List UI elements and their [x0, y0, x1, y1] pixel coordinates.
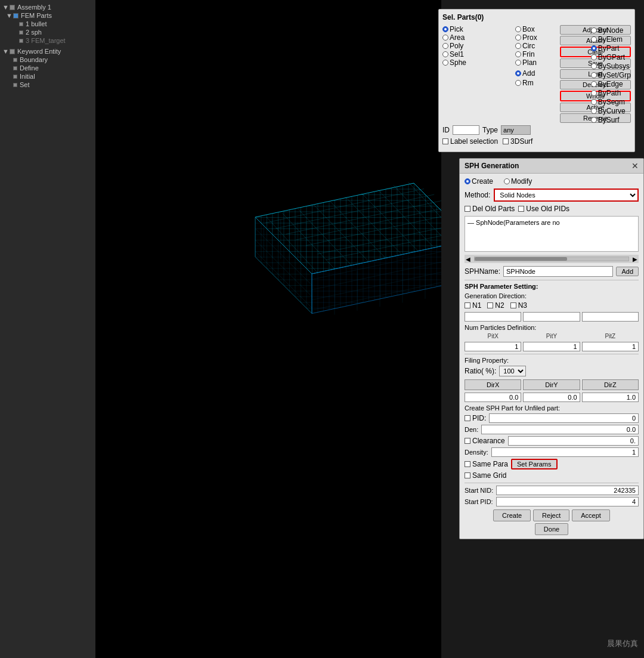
n3-checkbox[interactable]: N3	[510, 301, 527, 310]
n1-checkbox[interactable]: N1	[465, 301, 481, 310]
reject-button[interactable]: Reject	[533, 509, 569, 521]
pid-input[interactable]	[489, 413, 639, 423]
radio-byelem[interactable]: ByElem	[591, 35, 631, 44]
sel-parts-title: Sel. Parts(0)	[442, 13, 631, 21]
radio-sel1[interactable]: Sel1	[442, 50, 513, 58]
tree-item-2sph[interactable]: 2 sph	[0, 28, 95, 36]
accept-button[interactable]: Accept	[572, 509, 610, 521]
radio-bypath[interactable]: ByPath	[591, 89, 631, 97]
radio-create[interactable]: Create	[465, 177, 500, 186]
tree-item-assembly1[interactable]: ▼ Assembly 1	[0, 3, 95, 11]
create-final-button[interactable]: Create	[493, 509, 531, 521]
tree-item-fem-target[interactable]: 3 FEM_target	[0, 36, 95, 45]
density-input[interactable]	[491, 447, 639, 457]
use-old-pids-checkbox[interactable]: Use Old PIDs	[518, 205, 569, 213]
radio-add[interactable]: Add	[515, 69, 551, 78]
radio-pick-indicator	[442, 26, 448, 32]
define-label: Define	[20, 64, 39, 72]
density-label: Density:	[465, 449, 488, 456]
add-button[interactable]: Add	[616, 267, 639, 276]
label-selection-checkbox[interactable]: Label selection	[442, 137, 498, 146]
diry-button[interactable]: DirY	[523, 379, 580, 390]
close-button[interactable]: ✕	[631, 161, 639, 171]
scroll-track[interactable]	[474, 257, 629, 261]
radio-box[interactable]: Box	[515, 25, 558, 33]
radio-prox[interactable]: Prox	[515, 33, 558, 42]
pitx-input[interactable]	[465, 342, 521, 351]
den-input[interactable]	[481, 425, 639, 434]
radio-bysurf[interactable]: BySurf	[591, 116, 631, 124]
tree-item-boundary[interactable]: Boundary	[0, 55, 95, 64]
scroll-left-btn[interactable]: ◀	[465, 256, 472, 262]
done-button[interactable]: Done	[535, 523, 568, 535]
radio-circ[interactable]: Circ	[515, 42, 558, 50]
expand-icon: ▼	[2, 48, 8, 55]
radio-plan-label: Plan	[522, 58, 537, 67]
radio-modify[interactable]: Modify	[504, 177, 540, 186]
mesh-svg	[191, 149, 441, 376]
radio-sel1-indicator	[442, 51, 448, 57]
pid-checkbox[interactable]: PID:	[465, 414, 486, 422]
dir-buttons: DirX DirY DirZ	[465, 379, 639, 390]
radio-pick[interactable]: Pick	[442, 25, 513, 33]
pity-input[interactable]	[523, 342, 580, 351]
radio-bynode[interactable]: ByNode	[591, 26, 631, 35]
set-label: Set	[20, 81, 30, 88]
dirz-input[interactable]	[582, 393, 639, 402]
radio-rm[interactable]: Rm	[515, 79, 551, 87]
tree-item-define[interactable]: Define	[0, 64, 95, 72]
viewport[interactable]	[95, 0, 441, 658]
scroll-bar[interactable]: ◀ ▶	[465, 255, 639, 263]
ratio-label: Ratio( %):	[465, 367, 496, 375]
sph-name-label: SPHName:	[465, 267, 500, 276]
radio-bycurve[interactable]: ByCurve	[591, 107, 631, 115]
sph-name-input[interactable]	[503, 266, 613, 277]
n3-input[interactable]	[582, 312, 639, 322]
sph-generation-panel: SPH Generation ✕ Create Modify Method: S…	[459, 158, 644, 539]
radio-poly[interactable]: Poly	[442, 42, 513, 50]
tree-item-fem-parts[interactable]: ▼ FEM Parts	[0, 11, 95, 20]
start-pid-input[interactable]	[496, 497, 639, 506]
3dsurf-checkbox[interactable]: 3DSurf	[503, 137, 532, 146]
ratio-select[interactable]: 100 75 50	[499, 366, 526, 376]
method-select[interactable]: Solid Nodes Fill Volume Surface	[494, 189, 639, 202]
radio-area-label: Area	[450, 33, 465, 42]
pitz-input[interactable]	[582, 342, 639, 351]
type-input[interactable]	[501, 125, 531, 135]
diry-input[interactable]	[523, 393, 580, 402]
radio-frin-label: Frin	[522, 50, 535, 58]
clearance-row: Clearance	[465, 436, 639, 446]
tree-item-initial[interactable]: Initial	[0, 72, 95, 81]
radio-bygpart[interactable]: ByGPart	[591, 53, 631, 61]
radio-frin[interactable]: Frin	[515, 50, 558, 58]
n2-checkbox[interactable]: N2	[487, 301, 504, 310]
del-old-parts-checkbox[interactable]: Del Old Parts	[465, 205, 515, 213]
clearance-checkbox[interactable]: Clearance	[465, 437, 505, 445]
same-grid-checkbox[interactable]: Same Grid	[465, 471, 506, 480]
radio-bypart[interactable]: ByPart	[591, 44, 631, 52]
same-para-checkbox[interactable]: Same Para	[465, 460, 508, 468]
dirx-input[interactable]	[465, 393, 521, 402]
radio-plan[interactable]: Plan	[515, 58, 558, 67]
scroll-right-btn[interactable]: ▶	[631, 256, 639, 262]
start-nid-input[interactable]	[496, 486, 639, 495]
radio-byedge[interactable]: ByEdge	[591, 80, 631, 88]
n2-input[interactable]	[523, 312, 580, 322]
radio-area[interactable]: Area	[442, 33, 513, 42]
id-input[interactable]	[453, 125, 479, 135]
label-sel-row: Label selection 3DSurf	[442, 137, 631, 146]
radio-bysetgrp[interactable]: BySet/Grp	[591, 71, 631, 79]
clearance-input[interactable]	[508, 436, 639, 446]
radio-bysubsys[interactable]: BySubsys	[591, 62, 631, 70]
dirz-button[interactable]: DirZ	[582, 379, 639, 390]
n1-input[interactable]	[465, 312, 521, 322]
same-para-row: Same Para Set Params	[465, 459, 639, 469]
set-params-button[interactable]: Set Params	[511, 459, 557, 469]
dirx-button[interactable]: DirX	[465, 379, 521, 390]
radio-bysegm[interactable]: BySegm	[591, 98, 631, 106]
radio-box-label: Box	[522, 25, 535, 33]
tree-item-keyword-entity[interactable]: ▼ Keyword Entity	[0, 47, 95, 55]
radio-sphe[interactable]: Sphe	[442, 58, 513, 67]
tree-item-set[interactable]: Set	[0, 81, 95, 89]
tree-item-bullet[interactable]: 1 bullet	[0, 20, 95, 28]
